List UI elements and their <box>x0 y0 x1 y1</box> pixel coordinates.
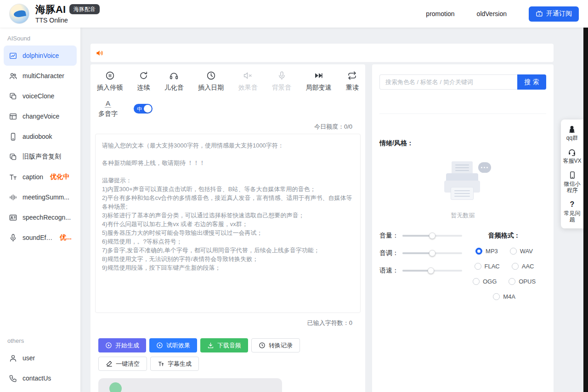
radio-icon <box>512 263 519 270</box>
format-wav[interactable]: WAV <box>510 248 533 255</box>
clear-label: 一键清空 <box>116 360 140 368</box>
app-logo <box>9 4 29 24</box>
subscribe-button[interactable]: 开通订阅 <box>529 6 579 22</box>
tool-local-speed[interactable]: 局部变速 <box>306 71 332 92</box>
format-flac[interactable]: FLAC <box>475 263 500 270</box>
sidebar-item-label: contactUs <box>23 375 51 382</box>
sidebar-item-label: dolphinVoice <box>23 52 59 59</box>
sidebar-item-audiobook[interactable]: audiobook <box>4 126 77 147</box>
format-ogg[interactable]: OGG <box>473 278 497 285</box>
editor-row2: A 多音字 中 <box>95 99 361 118</box>
speed-slider[interactable] <box>402 270 462 272</box>
pitch-slider-thumb[interactable] <box>429 250 435 256</box>
generate-button[interactable]: 开始生成 <box>98 338 146 352</box>
sidebar-item-dolphinvoice[interactable]: dolphinVoice <box>4 45 77 66</box>
radio-icon <box>510 248 517 255</box>
float-label: 客服VX <box>563 158 581 164</box>
nav-promotion[interactable]: promotion <box>426 10 454 17</box>
sidebar-item-label: caption <box>23 173 43 181</box>
support-vx-item[interactable]: 客服VX <box>563 148 581 164</box>
tool-continuous[interactable]: 连续 <box>137 71 150 92</box>
wechat-miniprogram-item[interactable]: 微信小程序 <box>562 171 582 193</box>
voice-search-input[interactable] <box>379 74 517 90</box>
speed-slider-row: 语速： <box>379 267 462 275</box>
title-block: 海豚AI 海豚配音 TTS Online <box>35 4 100 24</box>
volume-slider[interactable] <box>402 235 462 237</box>
tool-label: 重读 <box>346 84 359 92</box>
app-title: 海豚AI <box>35 4 66 15</box>
clear-button[interactable]: 一键清空 <box>98 357 147 371</box>
sidebar-item-speechrecognition[interactable]: speechRecogn... <box>4 207 77 227</box>
fast-forward-icon <box>314 71 323 80</box>
radio-icon <box>509 278 515 285</box>
language-toggle[interactable]: 中 <box>134 104 153 114</box>
faq-item[interactable]: ? 常见问题 <box>562 200 582 223</box>
format-aac[interactable]: AAC <box>512 263 534 270</box>
volume-slider-row: 音量： <box>379 232 462 240</box>
char-count: 已输入字符数：0 <box>95 319 361 327</box>
sidebar-section-others: others <box>0 333 80 348</box>
sidebar-item-label: 旧版声音复刻 <box>23 153 61 161</box>
pitch-label: 音调： <box>379 249 402 257</box>
subtitle-button[interactable]: 字幕生成 <box>150 357 199 371</box>
tool-polyphonic[interactable]: A 多音字 <box>98 99 118 118</box>
voice-search-button[interactable]: 搜 索 <box>517 74 546 90</box>
sidebar-item-user[interactable]: user <box>4 348 77 368</box>
sidebar-item-caption[interactable]: caption 优化中 <box>4 167 77 187</box>
tool-sound-effect[interactable]: 效果音 <box>238 71 258 92</box>
volume-label: 音量： <box>379 232 402 240</box>
editor-card: 插入停顿 连续 儿化音 插入日期 效果音 <box>90 64 365 392</box>
nav-old-version[interactable]: oldVersion <box>477 10 507 17</box>
sidebar-item-tag: 优... <box>60 233 72 242</box>
download-button[interactable]: 下载音频 <box>200 338 248 352</box>
format-label: AAC <box>522 263 534 270</box>
main-area: 插入停顿 连续 儿化音 插入日期 效果音 <box>80 28 588 392</box>
sidebar-item-multicharacter[interactable]: multiCharacter <box>4 66 77 86</box>
voice-avatar <box>109 382 122 392</box>
play-circle-icon <box>156 342 163 349</box>
emotion-style-label: 情绪/风格： <box>379 139 546 148</box>
text-input[interactable] <box>95 134 361 313</box>
app-badge: 海豚配音 <box>69 4 100 14</box>
radio-checked-icon <box>475 248 482 255</box>
sidebar-item-tag: 优化中 <box>50 173 69 181</box>
voice-panel-card: 搜 索 情绪/风格： 暂无数据 音量： <box>372 64 554 392</box>
wave-icon <box>9 193 17 202</box>
polyphonic-label: 多音字 <box>98 110 118 118</box>
sidebar-item-soundeffect[interactable]: soundEffect 优... <box>4 227 77 248</box>
format-opus[interactable]: OPUS <box>509 278 536 285</box>
tool-erhua[interactable]: 儿化音 <box>164 71 184 92</box>
volume-slider-thumb[interactable] <box>429 233 435 239</box>
history-button[interactable]: 转换记录 <box>251 338 300 352</box>
qq-group-item[interactable]: qq群 <box>566 125 578 141</box>
scrollbar[interactable] <box>583 28 588 392</box>
format-mp3[interactable]: MP3 <box>475 248 498 255</box>
format-label: FLAC <box>485 263 500 270</box>
sidebar-item-contactus[interactable]: contactUs <box>4 368 77 388</box>
tool-insert-date[interactable]: 插入日期 <box>198 71 224 92</box>
sidebar-item-label: audiobook <box>23 133 52 140</box>
tool-background-sound[interactable]: 背景音 <box>272 71 291 92</box>
sidebar-item-voiceclone[interactable]: voiceClone <box>4 86 77 106</box>
sidebar-item-label: speechRecogn... <box>23 214 71 221</box>
subscribe-icon <box>536 10 543 17</box>
history-item-stub[interactable] <box>98 378 282 392</box>
tool-label: 背景音 <box>272 84 291 92</box>
tool-insert-pause[interactable]: 插入停顿 <box>97 71 123 92</box>
format-m4a[interactable]: M4A <box>493 293 515 300</box>
sidebar-item-changevoice[interactable]: changeVoice <box>4 106 77 126</box>
sidebar-item-legacy-clone[interactable]: 旧版声音复刻 <box>4 147 77 167</box>
microphone-icon <box>9 233 17 242</box>
sidebar-item-label: changeVoice <box>23 113 59 120</box>
sidebar-item-label: soundEffect <box>23 234 53 241</box>
radio-icon <box>493 293 500 300</box>
user-icon <box>9 354 17 363</box>
subtitle-label: 字幕生成 <box>168 360 192 368</box>
subscribe-label: 开通订阅 <box>546 10 572 18</box>
play-circle-icon <box>105 342 112 349</box>
sidebar-item-meetingsummary[interactable]: meetingSumm... <box>4 187 77 207</box>
preview-button[interactable]: 试听效果 <box>149 338 197 352</box>
pitch-slider[interactable] <box>402 252 462 254</box>
tool-stress[interactable]: 重读 <box>346 71 359 92</box>
speed-slider-thumb[interactable] <box>428 267 434 274</box>
